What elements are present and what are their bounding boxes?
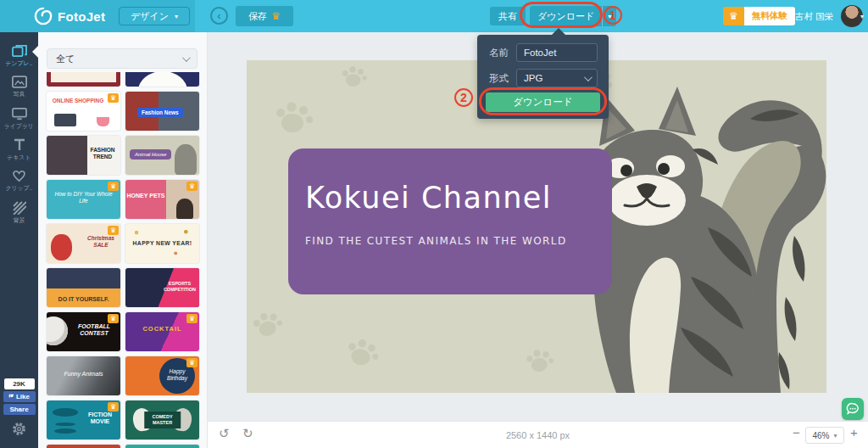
heart-icon — [12, 170, 26, 182]
template-label: Happy Birthday — [160, 368, 194, 383]
top-toolbar: FotoJet デザイン ▾ ‹ 保存 ♛ 共有 ダウンロード ▾ 1 ♛ 無料… — [0, 0, 868, 32]
template-thumbnail[interactable]: Animal House — [125, 136, 199, 175]
sidebar-item-label: 写真 — [14, 90, 25, 98]
format-select[interactable]: JPG — [516, 69, 598, 87]
template-filter-select[interactable]: 全て — [47, 48, 198, 69]
sidebar-item-library[interactable]: ライブラリ — [0, 103, 38, 134]
template-thumbnail[interactable]: Funny Animals — [47, 356, 120, 395]
name-row: 名前 — [477, 43, 609, 62]
premium-crown-icon: ♛ — [108, 226, 119, 235]
template-thumbnail[interactable] — [47, 445, 120, 448]
template-thumbnail[interactable]: ♛COCKTAIL — [125, 312, 199, 351]
chevron-down-icon — [584, 73, 593, 81]
sidebar-item-label: テンプレ.. — [5, 59, 32, 67]
template-thumbnail[interactable]: ESPORTS COMPETITION — [125, 268, 199, 307]
back-button[interactable]: ‹ — [210, 7, 228, 25]
sidebar-item-clipart[interactable]: クリップ.. — [0, 165, 38, 197]
template-thumbnail[interactable]: ♛Happy Birthday — [125, 356, 199, 395]
username-text: 吉村 国栄 — [795, 11, 833, 23]
sidebar: テンプレ.. 写真 ライブラリ テキスト クリップ.. 背景 29K Like … — [0, 32, 38, 448]
template-thumbnail[interactable]: ♛FOOTBALL CONTEST — [47, 312, 120, 351]
format-label: 形式 — [477, 72, 516, 85]
fotojet-logo-icon — [34, 7, 53, 25]
format-row: 形式 JPG — [477, 69, 609, 87]
thumbs-up-icon — [8, 394, 14, 400]
facebook-share-button[interactable]: Share — [3, 404, 36, 415]
template-thumbnail[interactable]: ♛Christmas SALE — [47, 224, 120, 263]
premium-crown-icon: ♛ — [186, 182, 198, 191]
template-label: Christmas SALE — [85, 235, 117, 249]
annotation-circle-2: 2 — [454, 88, 473, 107]
paw-print-decoration — [342, 65, 367, 88]
filter-label: 全て — [56, 53, 75, 65]
sidebar-item-label: 背景 — [14, 216, 25, 224]
template-label: HAPPY NEW YEAR! — [125, 240, 199, 246]
sidebar-item-text[interactable]: テキスト — [0, 134, 38, 165]
design-menu-label: デザイン — [131, 10, 169, 23]
sidebar-item-photos[interactable]: 写真 — [0, 71, 38, 103]
photo-icon — [12, 76, 27, 88]
premium-crown-icon: ♛ — [108, 182, 119, 191]
save-label: 保存 — [248, 10, 267, 23]
sidebar-item-label: テキスト — [7, 154, 31, 161]
support-chat-button[interactable] — [842, 398, 864, 420]
fotojet-logo[interactable]: FotoJet — [34, 7, 105, 25]
canvas-title[interactable]: Kokuei Channel — [305, 181, 612, 215]
template-thumbnail[interactable]: FASHION TREND — [47, 136, 120, 175]
facebook-like-label: Like — [16, 391, 30, 402]
paw-print-decoration — [525, 347, 555, 375]
template-list-viewport[interactable]: ♛ONLINE SHOPPING Fashion News FASHION TR… — [38, 72, 208, 448]
library-icon — [12, 107, 27, 120]
template-thumbnail[interactable]: ♛How to DIY Your Whole Life — [47, 180, 120, 219]
canvas-text-box[interactable]: Kokuei Channel FIND THE CUTEST ANIMALS I… — [288, 148, 612, 294]
facebook-like-button[interactable]: Like — [3, 391, 36, 402]
paw-print-decoration — [275, 101, 313, 135]
name-label: 名前 — [477, 47, 516, 59]
text-icon — [13, 138, 26, 152]
template-thumbnail[interactable]: ♛HONEY PETS — [125, 180, 199, 219]
sidebar-item-background[interactable]: 背景 — [0, 197, 38, 228]
template-thumbnail[interactable]: COMEDY MASTER — [125, 400, 199, 440]
template-label: FICTION MOVIE — [81, 412, 119, 426]
download-confirm-button[interactable]: ダウンロード — [486, 92, 600, 112]
name-input[interactable] — [516, 43, 598, 62]
zoom-level-value: 46% — [812, 431, 829, 440]
free-trial-button[interactable]: ♛ 無料体験 — [723, 7, 795, 25]
save-button[interactable]: 保存 ♛ — [236, 6, 293, 26]
chevron-down-icon — [182, 53, 191, 62]
template-thumbnail[interactable] — [47, 72, 120, 87]
user-menu-caret-icon[interactable]: ▾ — [860, 13, 864, 20]
zoom-out-button[interactable]: − — [793, 425, 800, 440]
background-icon — [13, 201, 26, 215]
templates-panel: 全て ♛ONLINE SHOPPING Fashion News FASHION… — [38, 32, 208, 448]
template-label: ESPORTS COMPETITION — [162, 281, 198, 293]
crown-icon: ♛ — [723, 7, 744, 25]
zoom-level-select[interactable]: 46% ▾ — [805, 427, 844, 444]
zoom-in-button[interactable]: + — [850, 425, 858, 440]
design-menu-button[interactable]: デザイン ▾ — [119, 7, 190, 25]
premium-crown-icon: ♛ — [108, 93, 119, 103]
free-trial-label: 無料体験 — [744, 7, 795, 25]
template-thumbnail[interactable]: ♛FICTION MOVIE — [47, 400, 120, 440]
template-thumbnail[interactable] — [125, 445, 199, 448]
settings-gear-icon[interactable] — [12, 422, 26, 440]
share-button[interactable]: 共有 — [490, 7, 526, 25]
sidebar-item-label: クリップ.. — [5, 184, 32, 192]
dropdown-pointer — [552, 28, 565, 35]
canvas-subtitle[interactable]: FIND THE CUTEST ANIMALS IN THE WORLD — [305, 235, 612, 247]
paw-print-decoration — [344, 336, 381, 370]
template-thumbnail[interactable]: DO IT YOURSELF. — [47, 268, 120, 307]
chat-bubble-icon — [846, 402, 860, 416]
format-value: JPG — [524, 73, 542, 83]
templates-icon — [12, 44, 27, 58]
template-label: DO IT YOURSELF. — [47, 296, 120, 302]
template-label: COCKTAIL — [125, 325, 199, 333]
template-label: How to DIY Your Whole Life — [54, 191, 114, 205]
template-thumbnail[interactable]: ♛ONLINE SHOPPING — [47, 92, 120, 131]
template-thumbnail[interactable] — [125, 72, 199, 87]
template-label: HONEY PETS — [125, 193, 166, 199]
cat-illustration[interactable] — [581, 60, 826, 393]
template-thumbnail[interactable]: Fashion News — [125, 92, 199, 131]
template-thumbnail[interactable]: HAPPY NEW YEAR! — [125, 224, 199, 263]
premium-crown-icon: ♛ — [108, 402, 119, 412]
